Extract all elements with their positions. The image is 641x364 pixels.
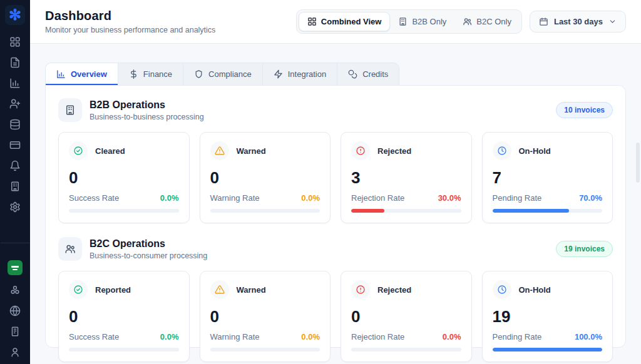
section-header: B2B Operations Business-to-business proc… [58,98,613,122]
stat-card-title: Cleared [95,146,125,156]
check-circle-icon [69,280,88,299]
check-circle-icon [69,141,88,160]
rate-label: Warning Rate [210,332,260,341]
stat-card-title: On-Hold [519,146,551,156]
section-titles: B2B Operations Business-to-business proc… [90,99,204,121]
organization-building-icon[interactable] [9,181,21,192]
chevron-down-icon [608,18,617,26]
fax-building-icon[interactable] [9,326,21,337]
stat-card-value: 19 [493,307,603,326]
tab-compliance[interactable]: Compliance [183,63,263,85]
toggle-label: Combined View [321,17,382,26]
app-logo-icon[interactable]: ✻ [5,5,25,25]
progress-track [69,209,179,213]
progress-fill [493,348,603,351]
globe-icon[interactable] [9,305,21,316]
stat-card-title: Warned [237,285,266,295]
stat-cards-row: Reported 0 Success Rate0.0% Warned 0 War… [58,271,613,362]
saudi-flag-icon[interactable] [8,260,23,275]
invoice-count-badge: 19 invoices [556,241,613,257]
stat-card-on-hold: On-Hold 19 Pending Rate100.0% [482,271,613,362]
alert-triangle-icon [210,141,229,160]
stat-card-warned: Warned 0 Warning Rate0.0% [200,132,331,223]
rate-value: 30.0% [438,193,461,203]
sidebar: ✻ [0,0,30,364]
progress-fill [493,209,570,213]
header-controls: Combined View B2B Only B2C Only Last 30 … [296,9,626,34]
tab-bar: Overview Finance Compliance Integration … [45,63,399,85]
sidebar-bottom-nav [1,234,29,358]
section-subtitle: Business-to-business processing [90,113,204,121]
section-subtitle: Business-to-consumer processing [90,251,207,260]
integrations-shapes-icon[interactable] [9,285,21,296]
tab-credits[interactable]: Credits [337,63,399,85]
toggle-b2b-only[interactable]: B2B Only [390,13,454,31]
tab-integration[interactable]: Integration [263,63,337,85]
tab-label: Credits [362,69,388,79]
stat-card-value: 0 [69,307,179,326]
rate-label: Success Rate [69,332,119,341]
alert-triangle-icon [210,280,229,299]
coins-icon [348,69,357,79]
b2b-operations-section: B2B Operations Business-to-business proc… [58,98,613,223]
dashboard-grid-icon[interactable] [9,36,21,48]
rate-value: 0.0% [160,332,179,341]
stat-card-cleared: Cleared 0 Success Rate0.0% [58,132,190,223]
profile-user-icon[interactable] [9,346,21,358]
section-title: B2C Operations [90,238,207,250]
grid-icon [307,17,317,26]
stat-card-title: Rejected [377,285,411,295]
stat-card-title: On-Hold [519,285,551,295]
rate-label: Rejection Rate [351,193,404,203]
stat-card-value: 0 [351,307,461,326]
rate-label: Success Rate [69,193,119,203]
progress-track [493,209,603,213]
stat-card-reported: Reported 0 Success Rate0.0% [58,271,190,362]
documents-icon[interactable] [9,57,21,68]
stat-card-warned: Warned 0 Warning Rate0.0% [200,271,331,362]
toggle-combined-view[interactable]: Combined View [299,12,391,31]
bar-chart-icon [56,69,66,79]
stat-card-value: 7 [493,168,603,188]
section-header: B2C Operations Business-to-consumer proc… [58,237,613,261]
database-icon[interactable] [9,119,21,130]
rate-label: Warning Rate [210,193,260,203]
stat-card-title: Warned [237,146,266,156]
rate-value: 0.0% [160,193,179,203]
calendar-icon [539,17,548,26]
section-title: B2B Operations [90,99,204,111]
notifications-bell-icon[interactable] [9,160,21,171]
page-subtitle: Monitor your business performance and an… [45,26,215,34]
scrollbar-thumb[interactable] [636,143,640,183]
rate-value: 0.0% [443,332,461,341]
alert-circle-icon [351,141,370,160]
payments-card-icon[interactable] [9,139,21,151]
b2c-operations-section: B2C Operations Business-to-consumer proc… [58,237,613,362]
stat-card-rejected: Rejected 3 Rejection Rate30.0% [341,132,472,223]
page-title: Dashboard [45,9,215,23]
header-titles: Dashboard Monitor your business performa… [45,9,215,34]
clock-icon [493,280,511,299]
invoice-count-badge: 10 invoices [556,102,613,118]
tab-finance[interactable]: Finance [118,63,183,85]
sidebar-nav [9,36,21,213]
users-icon [463,17,472,26]
add-user-icon[interactable] [9,98,21,109]
rate-value: 70.0% [579,193,602,203]
stat-card-title: Rejected [377,146,411,156]
tab-overview[interactable]: Overview [46,63,118,85]
date-range-dropdown[interactable]: Last 30 days [530,11,626,33]
main-content: Overview Finance Compliance Integration … [30,44,641,364]
section-titles: B2C Operations Business-to-consumer proc… [90,238,207,260]
tab-label: Finance [143,69,172,79]
shield-icon [194,69,203,79]
stat-card-title: Reported [95,285,131,295]
settings-gear-icon[interactable] [9,201,21,213]
toggle-b2c-only[interactable]: B2C Only [454,13,520,31]
toggle-label: B2C Only [476,17,511,26]
date-range-value: Last 30 days [554,17,603,26]
page-header: Dashboard Monitor your business performa… [30,0,641,44]
progress-track [210,348,320,351]
stat-card-value: 0 [210,168,320,188]
analytics-icon[interactable] [9,78,21,89]
